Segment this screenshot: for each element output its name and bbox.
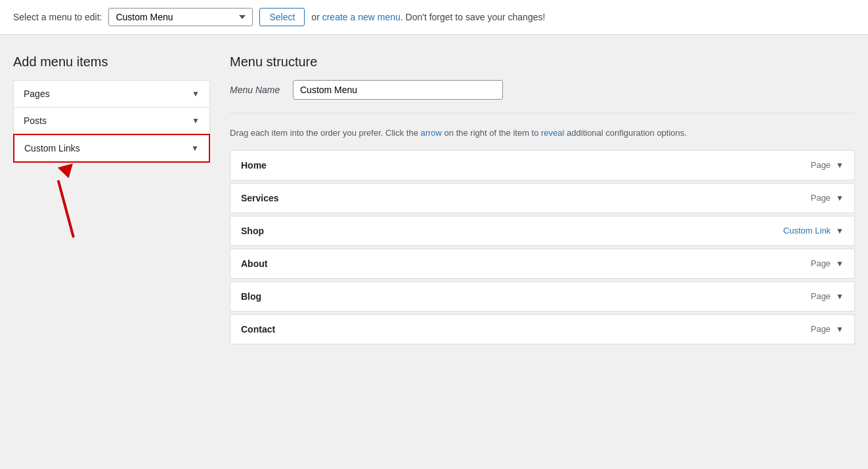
right-panel: Menu structure Menu Name Drag each item … bbox=[230, 54, 855, 438]
accordion-posts-label: Posts bbox=[24, 115, 47, 126]
accordion-custom-links-arrow-icon: ▼ bbox=[191, 144, 199, 153]
menu-item-blog[interactable]: Blog Page ▼ bbox=[230, 281, 855, 312]
menu-item-home-chevron-icon[interactable]: ▼ bbox=[836, 161, 844, 170]
menu-item-shop[interactable]: Shop Custom Link ▼ bbox=[230, 216, 855, 246]
top-bar: Select a menu to edit: Custom Menu Selec… bbox=[0, 0, 868, 35]
arrow-head-icon bbox=[58, 163, 76, 180]
add-menu-items-heading: Add menu items bbox=[13, 54, 210, 70]
menu-name-input[interactable] bbox=[293, 80, 503, 100]
accordion-pages: Pages ▼ bbox=[13, 80, 210, 108]
accordion-pages-label: Pages bbox=[24, 89, 50, 99]
menu-item-shop-chevron-icon[interactable]: ▼ bbox=[836, 226, 844, 235]
accordion-custom-links-header[interactable]: Custom Links ▼ bbox=[14, 135, 209, 161]
topbar-text: or create a new menu. Don't forget to sa… bbox=[311, 12, 545, 22]
menu-name-row: Menu Name bbox=[230, 80, 855, 113]
menu-item-contact[interactable]: Contact Page ▼ bbox=[230, 314, 855, 344]
select-menu-label: Select a menu to edit: bbox=[13, 12, 102, 22]
menu-item-services-right: Page ▼ bbox=[811, 193, 844, 203]
menu-item-home[interactable]: Home Page ▼ bbox=[230, 150, 855, 180]
accordion-custom-links-label: Custom Links bbox=[24, 143, 80, 153]
accordion-pages-header[interactable]: Pages ▼ bbox=[14, 81, 209, 107]
menu-name-label: Menu Name bbox=[230, 85, 282, 95]
menu-item-blog-right: Page ▼ bbox=[811, 291, 844, 301]
menu-item-services[interactable]: Services Page ▼ bbox=[230, 183, 855, 213]
arrow-line-icon bbox=[57, 180, 75, 238]
menu-item-home-right: Page ▼ bbox=[811, 160, 844, 170]
menu-item-shop-right: Custom Link ▼ bbox=[783, 226, 844, 235]
menu-item-about-chevron-icon[interactable]: ▼ bbox=[836, 259, 844, 268]
accordion-custom-links: Custom Links ▼ bbox=[13, 134, 210, 163]
menu-item-blog-chevron-icon[interactable]: ▼ bbox=[836, 292, 844, 301]
accordion-pages-arrow-icon: ▼ bbox=[192, 89, 200, 98]
annotation-arrow bbox=[53, 165, 118, 244]
menu-item-about[interactable]: About Page ▼ bbox=[230, 249, 855, 279]
main-content: Add menu items Pages ▼ Posts ▼ Custom Li… bbox=[0, 35, 868, 458]
accordion-posts: Posts ▼ bbox=[13, 107, 210, 134]
menu-item-about-right: Page ▼ bbox=[811, 258, 844, 268]
menu-item-contact-chevron-icon[interactable]: ▼ bbox=[836, 325, 844, 334]
menu-select-dropdown[interactable]: Custom Menu bbox=[108, 8, 253, 26]
menu-item-contact-right: Page ▼ bbox=[811, 324, 844, 334]
accordion-posts-arrow-icon: ▼ bbox=[192, 116, 200, 125]
accordion-posts-header[interactable]: Posts ▼ bbox=[14, 108, 209, 134]
menu-item-services-chevron-icon[interactable]: ▼ bbox=[836, 194, 844, 203]
left-panel: Add menu items Pages ▼ Posts ▼ Custom Li… bbox=[13, 54, 210, 438]
drag-instructions: Drag each item into the order you prefer… bbox=[230, 127, 855, 140]
select-button[interactable]: Select bbox=[259, 8, 305, 26]
menu-structure-heading: Menu structure bbox=[230, 54, 855, 70]
create-new-menu-link[interactable]: create a new menu bbox=[322, 12, 401, 22]
